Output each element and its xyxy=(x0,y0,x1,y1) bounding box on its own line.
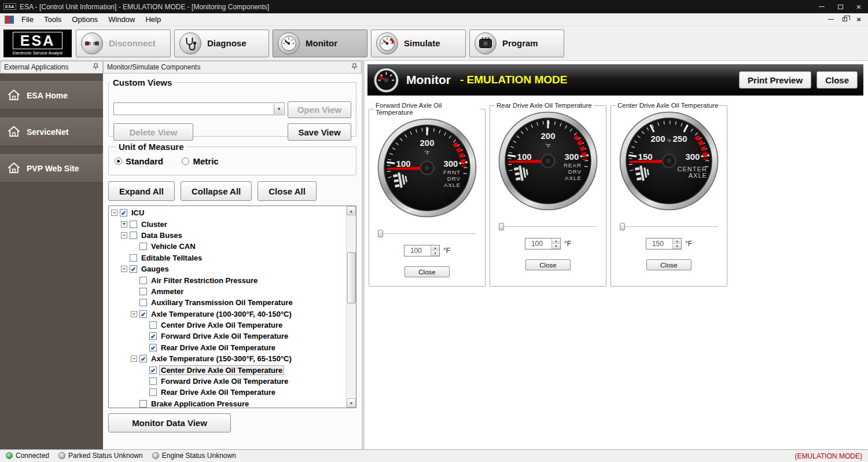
gauge-value-input[interactable]: 150▴▾ xyxy=(646,238,682,250)
chevron-down-icon[interactable]: ▾ xyxy=(274,104,284,114)
spinner-down-icon[interactable]: ▾ xyxy=(552,244,560,249)
tree-node-label[interactable]: Ammeter xyxy=(150,287,185,296)
sidebar-item-pvp-web-site[interactable]: PVP Web Site xyxy=(0,154,103,183)
pin-icon[interactable] xyxy=(351,63,358,72)
tree-node-label[interactable]: Vehicle CAN xyxy=(150,242,197,251)
collapse-node-icon[interactable]: − xyxy=(131,311,137,317)
mdi-close-button[interactable]: × xyxy=(852,15,866,24)
print-preview-button[interactable]: Print Preview xyxy=(739,71,811,89)
tree-node-label[interactable]: Axle Temperature (100-300°F, 40-150°C) xyxy=(150,310,293,318)
tree-node-label[interactable]: Rear Drive Axle Oil Temperature xyxy=(160,343,277,352)
program-button[interactable]: Program xyxy=(469,30,564,57)
delete-view-button[interactable]: Delete View xyxy=(113,123,193,141)
gauge-close-button[interactable]: Close xyxy=(525,259,571,270)
tree-checkbox[interactable]: ✔ xyxy=(120,209,127,217)
save-view-button[interactable]: Save View xyxy=(288,123,351,141)
tree-checkbox[interactable] xyxy=(130,232,137,239)
standard-radio[interactable]: Standard xyxy=(115,156,163,166)
tree-node[interactable]: −✔Axle Temperature (150-300°F, 65-150°C) xyxy=(109,353,346,364)
tree-checkbox[interactable]: ✔ xyxy=(149,344,157,351)
gauge-value[interactable]: 100 xyxy=(404,245,431,256)
tree-checkbox[interactable] xyxy=(139,243,147,250)
gauge-value[interactable]: 100 xyxy=(525,239,551,249)
simulate-button[interactable]: Simulate xyxy=(371,30,466,57)
tree-node-label[interactable]: Center Drive Axle Oil Temperature xyxy=(160,321,284,329)
tree-node-label[interactable]: ICU xyxy=(130,208,145,217)
menu-item-file[interactable]: File xyxy=(16,14,39,25)
tree-node-label[interactable]: Center Drive Axle Oil Temperature xyxy=(160,366,284,375)
expand-all-button[interactable]: Expand All xyxy=(108,181,175,201)
tree-node-label[interactable]: Axle Temperature (150-300°F, 65-150°C) xyxy=(150,354,293,363)
sidebar-item-servicenet[interactable]: ServiceNet xyxy=(0,118,103,146)
tree-checkbox[interactable] xyxy=(139,400,147,408)
tree-node-label[interactable]: Rear Drive Axle Oil Temperature xyxy=(160,388,277,397)
tree-node[interactable]: Auxiliary Transmission Oil Temperature xyxy=(109,297,346,308)
tree-checkbox[interactable]: ✔ xyxy=(149,332,157,340)
tree-checkbox[interactable] xyxy=(130,254,137,262)
tree-checkbox[interactable]: ✔ xyxy=(139,355,147,362)
sidebar-item-esa-home[interactable]: ESA Home xyxy=(0,81,103,110)
slider-thumb[interactable] xyxy=(620,223,625,230)
tree-scrollbar[interactable]: ▲ ▼ xyxy=(346,206,356,408)
minimize-button[interactable] xyxy=(812,0,831,13)
tree-node[interactable]: Editable Telltales xyxy=(109,252,346,263)
diagnose-button[interactable]: Diagnose xyxy=(174,30,269,57)
gauge-value-input[interactable]: 100▴▾ xyxy=(525,238,561,250)
spinner-up-icon[interactable]: ▴ xyxy=(673,239,681,244)
gauge-slider[interactable] xyxy=(620,223,718,230)
collapse-node-icon[interactable]: − xyxy=(111,210,117,216)
collapse-node-icon[interactable]: − xyxy=(121,266,127,272)
menu-item-tools[interactable]: Tools xyxy=(39,14,67,25)
spinner-down-icon[interactable]: ▾ xyxy=(673,244,681,249)
gauge-close-button[interactable]: Close xyxy=(646,259,692,270)
gauge-close-button[interactable]: Close xyxy=(404,266,450,277)
scroll-down-icon[interactable]: ▼ xyxy=(347,398,356,408)
tree-node[interactable]: −✔ICU xyxy=(109,207,346,218)
tree-node[interactable]: Forward Drive Axle Oil Temperature xyxy=(109,376,346,387)
close-window-button[interactable]: × xyxy=(849,0,868,13)
close-monitor-button[interactable]: Close xyxy=(816,71,858,89)
scrollbar-thumb[interactable] xyxy=(347,252,356,303)
tree-checkbox[interactable] xyxy=(149,321,157,329)
tree-checkbox[interactable] xyxy=(149,388,157,396)
spinner-up-icon[interactable]: ▴ xyxy=(552,239,560,244)
scroll-up-icon[interactable]: ▲ xyxy=(347,206,356,215)
tree-node[interactable]: Rear Drive Axle Oil Temperature xyxy=(109,387,346,398)
disconnect-button[interactable]: Disconnect xyxy=(76,30,171,57)
pin-icon[interactable] xyxy=(93,63,99,72)
tree-node[interactable]: Center Drive Axle Oil Temperature xyxy=(109,320,346,331)
mdi-restore-button[interactable] xyxy=(838,17,852,21)
tree-node-label[interactable]: Auxiliary Transmission Oil Temperature xyxy=(150,298,294,307)
tree-node[interactable]: Brake Application Pressure xyxy=(109,398,346,408)
expand-node-icon[interactable]: + xyxy=(121,221,127,228)
tree-checkbox[interactable] xyxy=(149,377,157,385)
tree-node-label[interactable]: Brake Application Pressure xyxy=(150,399,250,408)
tree-node[interactable]: +Cluster xyxy=(109,218,346,229)
tree-checkbox[interactable] xyxy=(139,288,147,295)
tree-checkbox[interactable]: ✔ xyxy=(130,265,137,273)
tree-node[interactable]: ✔Center Drive Axle Oil Temperature xyxy=(109,364,346,375)
tree-node[interactable]: ✔Rear Drive Axle Oil Temperature xyxy=(109,342,346,353)
tree-checkbox[interactable] xyxy=(130,221,137,228)
tree-node-label[interactable]: Forward Drive Axle Oil Temperature xyxy=(160,377,289,386)
spinner-down-icon[interactable]: ▾ xyxy=(431,251,439,256)
tree-checkbox[interactable] xyxy=(139,277,147,284)
collapse-node-icon[interactable]: − xyxy=(131,355,137,362)
tree-node-label[interactable]: Cluster xyxy=(140,220,168,229)
collapse-all-button[interactable]: Collapse All xyxy=(181,181,252,201)
tree-node[interactable]: −Data Buses xyxy=(109,230,346,241)
tree-node[interactable]: −✔Axle Temperature (100-300°F, 40-150°C) xyxy=(109,309,346,320)
tree-node-label[interactable]: Air Filter Restriction Pressure xyxy=(150,276,259,285)
menu-item-help[interactable]: Help xyxy=(140,14,166,25)
close-all-button[interactable]: Close All xyxy=(258,181,317,201)
gauge-value[interactable]: 150 xyxy=(646,239,672,249)
tree-node-label[interactable]: Gauges xyxy=(140,265,170,273)
maximize-button[interactable] xyxy=(831,0,849,13)
tree-node[interactable]: −✔Gauges xyxy=(109,263,346,274)
slider-thumb[interactable] xyxy=(499,223,504,230)
mdi-minimize-button[interactable] xyxy=(824,19,838,20)
tree-node[interactable]: Vehicle CAN xyxy=(109,241,346,252)
gauge-slider[interactable] xyxy=(499,223,597,230)
tree-node[interactable]: ✔Forward Drive Axle Oil Temperature xyxy=(109,331,346,342)
menu-item-options[interactable]: Options xyxy=(67,14,103,25)
